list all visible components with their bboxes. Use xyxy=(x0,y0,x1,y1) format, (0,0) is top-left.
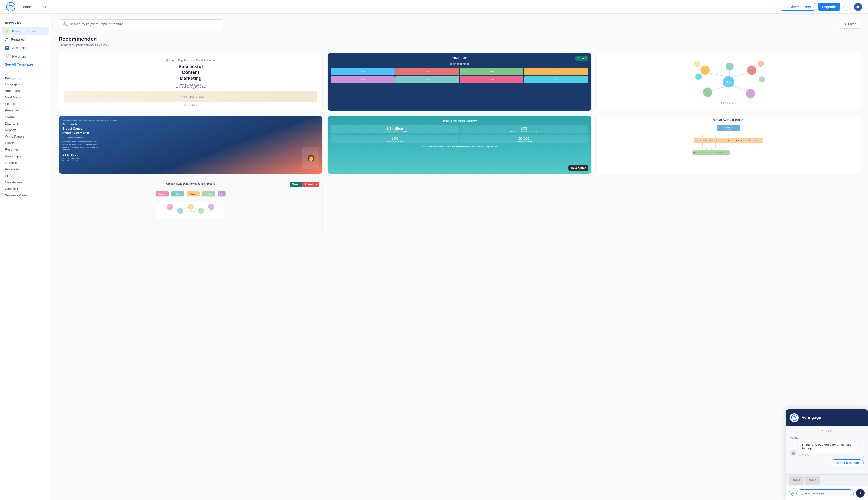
recommended-icon: ⭐ xyxy=(5,29,10,33)
template-card[interactable]: Smart TIMELINE 2002 2004 2005 xyxy=(327,53,591,111)
svg-point-14 xyxy=(694,60,700,67)
browse-by-title: Browse By xyxy=(0,21,50,27)
search-bar[interactable]: 🔍 xyxy=(59,19,223,29)
template-card[interactable]: The Greensville Chronicle Newsletter — O… xyxy=(59,116,323,174)
sidebar-item-letterheads[interactable]: Letterheads xyxy=(0,159,50,166)
template-card[interactable]: Smart Main xyxy=(596,53,860,111)
sidebar-item-business-cards[interactable]: Business Cards xyxy=(0,192,50,198)
sidebar-item-reports[interactable]: Reports xyxy=(0,127,50,133)
template-card[interactable]: WHO ARE REFUGEES? 2.3 million refugees a… xyxy=(327,116,591,174)
sidebar-item-see-all-templates[interactable]: See All Templates xyxy=(0,60,50,68)
svg-point-17 xyxy=(759,76,765,82)
sidebar-item-favorites[interactable]: 🤍 Favorites xyxy=(0,52,50,60)
svg-text:Store: Store xyxy=(176,193,180,195)
filter-icon: ⚙ xyxy=(843,22,846,26)
featured-icon: 🏷 xyxy=(5,37,9,42)
sidebar-item-mind-maps[interactable]: Mind Maps xyxy=(0,94,50,101)
help-button[interactable]: ? xyxy=(843,3,851,11)
svg-point-6 xyxy=(747,66,756,75)
chat-input[interactable] xyxy=(796,489,854,497)
chat-send-button[interactable] xyxy=(856,489,865,498)
sidebar-item-presentations[interactable]: Presentations xyxy=(0,107,50,114)
slide-thumbnail[interactable]: Slide 5 xyxy=(805,476,820,485)
sidebar-item-resumes[interactable]: Resumes xyxy=(0,146,50,153)
smart-badge: Smart xyxy=(290,182,303,187)
sidebar-item-plans[interactable]: Plans xyxy=(0,172,50,179)
sidebar-item-roadmaps[interactable]: Roadmaps xyxy=(0,153,50,159)
sidebar: Browse By ⭐ Recommended 🏷 Featured ♿ Acc… xyxy=(0,14,51,500)
template-grid: History of Popular Social Media Platform… xyxy=(59,53,860,237)
svg-line-21 xyxy=(751,72,760,78)
sidebar-item-flyers[interactable]: Flyers xyxy=(0,114,50,120)
svg-point-15 xyxy=(695,73,701,80)
categories-title: Categories xyxy=(0,75,50,81)
filter-button[interactable]: ⚙ Filter xyxy=(839,20,860,29)
slide-thumbnail[interactable]: Slide 4 xyxy=(789,476,803,485)
sidebar-item-infographics[interactable]: Infographics xyxy=(0,81,50,88)
svg-point-86 xyxy=(791,415,797,421)
sidebar-item-proposals[interactable]: Proposals xyxy=(0,166,50,172)
sidebar-item-diagrams[interactable]: Diagrams xyxy=(0,120,50,127)
svg-line-10 xyxy=(710,86,728,91)
new-editor-badge: New editor xyxy=(568,166,588,171)
search-icon: 🔍 xyxy=(63,22,67,26)
svg-point-1 xyxy=(10,4,11,5)
section-title: Recommended xyxy=(59,36,860,42)
svg-point-8 xyxy=(726,62,733,70)
chat-header: Venngage xyxy=(786,409,868,426)
svg-text:Customer: Customer xyxy=(159,193,166,195)
svg-point-87 xyxy=(794,416,795,417)
svg-point-78 xyxy=(177,208,183,214)
svg-text:Payment: Payment xyxy=(190,193,196,195)
smart-badge: Smart xyxy=(575,56,588,61)
search-bar-row: 🔍 ⚙ Filter xyxy=(59,19,860,29)
sidebar-item-accessible[interactable]: ♿ Accessible xyxy=(0,44,50,52)
sidebar-item-charts[interactable]: Charts xyxy=(0,140,50,146)
chat-bubble: Hi there. Got a question? I'm here to he… xyxy=(799,440,857,453)
svg-point-80 xyxy=(198,208,204,214)
upgrade-button[interactable]: Upgrade xyxy=(818,3,841,11)
sidebar-item-brochures[interactable]: Brochures xyxy=(0,88,50,94)
svg-text:Gianna Corey: Gianna Corey xyxy=(710,140,721,142)
svg-point-0 xyxy=(6,2,15,11)
svg-line-9 xyxy=(708,73,729,77)
app-logo[interactable] xyxy=(6,2,15,12)
chat-timestamp: 2:38 PM xyxy=(790,430,864,433)
sidebar-item-featured[interactable]: 🏷 Featured xyxy=(0,35,50,44)
sidebar-item-white-papers[interactable]: White Papers xyxy=(0,133,50,140)
chat-message-time: Just now xyxy=(799,454,857,456)
nav-templates[interactable]: Templates xyxy=(37,4,53,9)
sidebar-item-checklist[interactable]: Checklist xyxy=(0,185,50,192)
header: Home Templates + Invite Members Upgrade … xyxy=(0,0,868,14)
invite-members-button[interactable]: + Invite Members xyxy=(780,3,815,11)
svg-text:Diagram content: Diagram content xyxy=(183,210,198,213)
layout: Browse By ⭐ Recommended 🏷 Featured ♿ Acc… xyxy=(0,14,868,500)
svg-text:T & G Mangwee: T & G Mangwee xyxy=(721,102,736,104)
search-input[interactable] xyxy=(70,22,219,26)
sidebar-item-posters[interactable]: Posters xyxy=(0,101,50,107)
template-card[interactable]: Smart Premium Grocery Store Data Flow Di… xyxy=(59,179,323,237)
template-card[interactable]: History of Popular Social Media Platform… xyxy=(59,53,323,111)
section-subtitle: Created by professionals like you xyxy=(59,43,860,47)
premium-badge: Premium xyxy=(302,182,319,187)
svg-text:Aisha Duncan: Aisha Duncan xyxy=(736,140,746,142)
svg-text:Spencer King: Spencer King xyxy=(749,140,759,142)
chat-message-row: 🤖 Hi there. Got a question? I'm here to … xyxy=(790,440,864,456)
avatar[interactable]: RR xyxy=(854,3,862,11)
nav-home[interactable]: Home xyxy=(21,4,31,9)
sidebar-item-newsletters[interactable]: Newsletters xyxy=(0,179,50,185)
svg-text:Thomas Payne: Thomas Payne xyxy=(722,126,734,128)
chat-brand-name: Venngage xyxy=(802,415,821,420)
svg-point-7 xyxy=(746,89,755,98)
svg-point-5 xyxy=(703,88,712,97)
svg-text:Director: Director xyxy=(725,128,731,130)
svg-point-81 xyxy=(208,204,214,210)
talk-to-human-button[interactable]: Talk to a human xyxy=(831,459,864,466)
chat-widget: Venngage 2:38 PM VenBot 🤖 Hi there. Got … xyxy=(786,409,868,500)
svg-point-4 xyxy=(700,66,710,75)
attach-icon[interactable]: 📎 xyxy=(789,490,794,496)
sidebar-item-recommended[interactable]: ⭐ Recommended xyxy=(2,27,49,35)
svg-text:Report: Report xyxy=(219,193,224,195)
chat-slides: Slide 4 Slide 5 xyxy=(786,474,868,486)
template-card[interactable]: ORGANIZATIONAL CHART Thomas Payne Direct… xyxy=(596,116,860,174)
